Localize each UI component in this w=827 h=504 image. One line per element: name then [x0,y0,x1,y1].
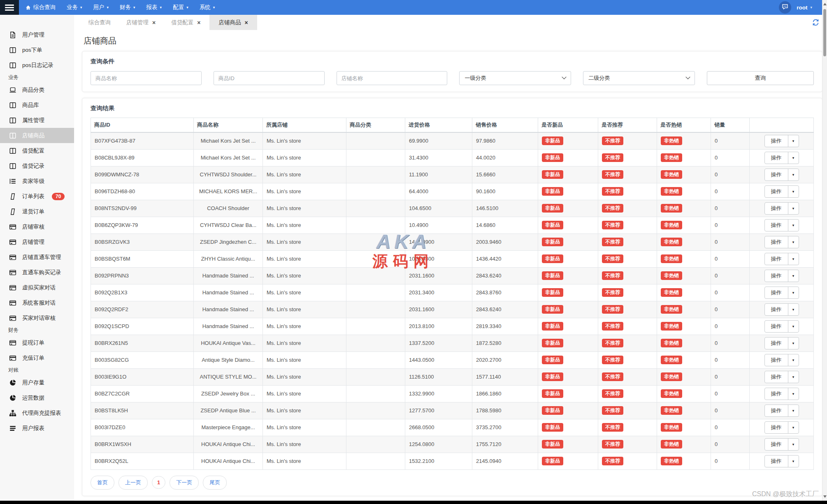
action-button[interactable]: 操作 [765,371,788,383]
action-dropdown-toggle[interactable]: ▾ [788,304,799,315]
sidebar-item[interactable]: 店铺商品 [0,128,74,143]
action-dropdown-toggle[interactable]: ▾ [788,455,799,467]
tab-close-icon[interactable]: × [244,20,248,25]
nav-item-2[interactable]: 用户▾ [93,4,109,11]
sidebar-item[interactable]: 直通车购买记录 [0,265,74,280]
product-name-input[interactable] [91,71,202,85]
action-button[interactable]: 操作 [765,186,788,197]
action-dropdown-toggle[interactable]: ▾ [788,287,799,298]
sidebar-item[interactable]: pos下单 [0,42,74,58]
action-button[interactable]: 操作 [765,321,788,332]
nav-item-4[interactable]: 报表▾ [146,4,162,11]
action-button[interactable]: 操作 [765,439,788,450]
sidebar-item[interactable]: 充值订单 [0,350,74,365]
action-dropdown-toggle[interactable]: ▾ [788,270,799,282]
action-button[interactable]: 操作 [765,338,788,349]
action-dropdown-toggle[interactable]: ▾ [788,220,799,231]
action-dropdown-toggle[interactable]: ▾ [788,253,799,265]
nav-item-5[interactable]: 配置▾ [173,4,188,11]
sidebar-item[interactable]: 卖家等级 [0,173,74,189]
user-menu[interactable]: root ▾ [797,5,812,11]
action-button[interactable]: 操作 [765,270,788,282]
action-dropdown-toggle[interactable]: ▾ [788,338,799,349]
action-button[interactable]: 操作 [765,354,788,366]
sidebar-item[interactable]: 运营数据 [0,390,74,405]
action-button[interactable]: 操作 [765,220,788,231]
nav-item-6[interactable]: 系统▾ [200,4,215,11]
sidebar-item[interactable]: 用户存量 [0,375,74,390]
product-id-input[interactable] [214,71,325,85]
sidebar-item[interactable]: 店铺直通车管理 [0,250,74,265]
store-name-input[interactable] [337,71,448,85]
tab-close-icon[interactable]: × [197,20,200,25]
category-level2-select[interactable]: 二级分类 [583,71,695,85]
chevron-down-icon: ▾ [213,6,215,9]
action-button[interactable]: 操作 [765,203,788,214]
query-button[interactable]: 查询 [707,71,814,85]
vertical-scrollbar[interactable] [822,0,827,501]
action-button[interactable]: 操作 [765,152,788,164]
sidebar-item[interactable]: 借贷记录 [0,158,74,173]
category-level1-select[interactable]: 一级分类 [459,71,571,85]
sidebar-item[interactable]: 代理商充提报表 [0,405,74,421]
sidebar-item[interactable]: 买家对话审核 [0,310,74,326]
sidebar-item[interactable]: 用户报表 [0,421,74,436]
action-dropdown-toggle[interactable]: ▾ [788,135,799,147]
page-button-last[interactable]: 尾页 [203,476,227,490]
action-button[interactable]: 操作 [765,135,788,147]
action-dropdown-toggle[interactable]: ▾ [788,186,799,197]
sidebar-item[interactable]: 订单列表70 [0,189,74,204]
page-button-next[interactable]: 下一页 [170,476,199,490]
action-button[interactable]: 操作 [765,236,788,248]
action-dropdown-toggle[interactable]: ▾ [788,371,799,383]
scroll-down-arrow-icon[interactable] [823,495,827,498]
action-dropdown-toggle[interactable]: ▾ [788,152,799,164]
sidebar-item[interactable]: pos日志记录 [0,58,74,73]
action-dropdown-toggle[interactable]: ▾ [788,321,799,332]
sidebar-item[interactable]: 借贷配置 [0,143,74,158]
store-cell: Ms. Lin's store [263,318,346,335]
action-button[interactable]: 操作 [765,253,788,265]
tab[interactable]: 店铺管理× [120,15,162,30]
action-dropdown-toggle[interactable]: ▾ [788,405,799,416]
sidebar-item[interactable]: 退货订单 [0,204,74,219]
sidebar-item[interactable]: 提现订单 [0,335,74,350]
action-dropdown-toggle[interactable]: ▾ [788,236,799,248]
sidebar-item[interactable]: 系统客服对话 [0,295,74,310]
sidebar-item[interactable]: 店铺管理 [0,234,74,250]
sidebar-item[interactable]: 用户管理 [0,27,74,42]
tab[interactable]: 店铺商品× [209,15,257,30]
refresh-button[interactable] [812,19,819,28]
action-dropdown-toggle[interactable]: ▾ [788,439,799,450]
tab[interactable]: 借贷配置× [165,15,207,30]
action-dropdown-toggle[interactable]: ▾ [788,354,799,366]
page-button-first[interactable]: 首页 [91,476,114,490]
action-button[interactable]: 操作 [765,422,788,433]
sidebar-item[interactable]: 商品库 [0,97,74,113]
nav-item-1[interactable]: 业务▾ [67,4,82,11]
messages-button[interactable] [779,1,791,14]
action-button[interactable]: 操作 [765,455,788,467]
action-dropdown-toggle[interactable]: ▾ [788,388,799,400]
nav-item-0[interactable]: 综合查询 [26,4,56,11]
page-button-page-1[interactable]: 1 [152,476,165,489]
page-button-prev[interactable]: 上一页 [118,476,148,490]
sidebar-item[interactable]: 商品分类 [0,82,74,97]
nav-item-3[interactable]: 财务▾ [120,4,135,11]
sidebar-item[interactable]: 店铺审核 [0,219,74,234]
action-dropdown-toggle[interactable]: ▾ [788,169,799,180]
scrollbar-thumb[interactable] [823,9,826,56]
action-dropdown-toggle[interactable]: ▾ [788,422,799,433]
action-button[interactable]: 操作 [765,287,788,298]
sidebar-item[interactable]: 属性管理 [0,113,74,128]
scroll-up-arrow-icon[interactable] [823,3,827,5]
action-button[interactable]: 操作 [765,388,788,400]
sidebar-toggle-button[interactable] [0,0,19,15]
action-button[interactable]: 操作 [765,169,788,180]
action-dropdown-toggle[interactable]: ▾ [788,203,799,214]
action-button[interactable]: 操作 [765,304,788,315]
tab-close-icon[interactable]: × [152,20,156,25]
tab[interactable]: 综合查询 [82,15,117,30]
sidebar-item[interactable]: 虚拟买家对话 [0,280,74,295]
action-button[interactable]: 操作 [765,405,788,416]
